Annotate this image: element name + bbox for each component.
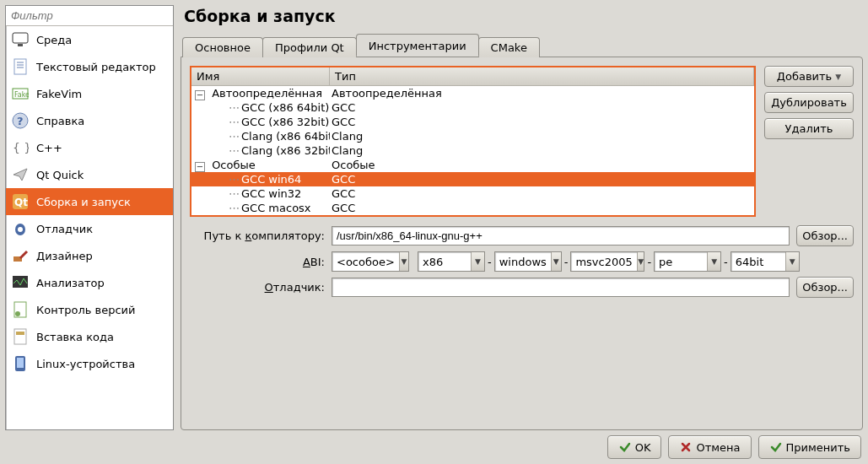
tab-bar: ОсновноеПрофили QtИнструментарииCMake: [182, 34, 863, 57]
tab-0[interactable]: Основное: [182, 37, 263, 57]
tree-header: Имя Тип: [191, 67, 754, 86]
svg-rect-20: [16, 332, 24, 335]
cancel-button-label: Отмена: [696, 441, 740, 454]
tree-cell-name: ⋯GCC (x86 64bit): [191, 100, 330, 115]
cancel-button[interactable]: Отмена: [668, 435, 751, 459]
tree-cell-type: Автоопределённая: [330, 86, 754, 100]
column-type[interactable]: Тип: [330, 67, 754, 85]
sidebar-item-11[interactable]: Вставка кода: [6, 323, 173, 350]
tree-cell-type: GCC: [330, 100, 754, 115]
svg-text:Qt: Qt: [14, 197, 28, 208]
delete-button[interactable]: Удалить: [764, 118, 854, 139]
filter-input[interactable]: [6, 6, 173, 26]
snippet-icon: [11, 327, 30, 346]
ok-button[interactable]: OK: [607, 435, 662, 459]
svg-point-14: [18, 227, 23, 232]
sidebar-item-0[interactable]: Среда: [6, 26, 173, 53]
debugger-input[interactable]: [332, 278, 790, 297]
chevron-down-icon: ▼: [707, 252, 720, 271]
paperplane-icon: [11, 165, 30, 184]
sidebar-item-4[interactable]: { }C++: [6, 134, 173, 161]
apply-button[interactable]: Применить: [758, 435, 861, 459]
abi-combo-3[interactable]: msvc2005▼: [570, 251, 644, 272]
sidebar-item-1[interactable]: Текстовый редактор: [6, 53, 173, 80]
add-button[interactable]: Добавить ▼: [764, 66, 854, 87]
sidebar-item-6[interactable]: QtСборка и запуск: [6, 188, 173, 215]
chevron-down-icon: ▼: [471, 252, 484, 271]
abi-combo-5[interactable]: 64bit▼: [731, 251, 800, 272]
tree-row-1[interactable]: ⋯GCC (x86 64bit)GCC: [191, 100, 754, 115]
sidebar-item-2[interactable]: FakeFakeVim: [6, 80, 173, 107]
ok-icon: [618, 440, 632, 454]
tree-cell-name: ⋯Clang (x86 32bit): [191, 143, 330, 158]
qt-icon: Qt: [11, 192, 30, 211]
sidebar-item-label: Qt Quick: [36, 169, 84, 181]
tree-row-8[interactable]: ⋯GCC macosxGCC: [191, 201, 754, 215]
tree-body: − АвтоопределённаяАвтоопределённая⋯GCC (…: [191, 86, 754, 215]
tree-row-4[interactable]: ⋯Clang (x86 32bit)Clang: [191, 143, 754, 158]
tree-cell-name: − Автоопределённая: [191, 86, 330, 100]
svg-text:?: ?: [17, 115, 24, 127]
abi-combo-2[interactable]: windows▼: [494, 251, 562, 272]
apply-icon: [769, 440, 783, 454]
sidebar-item-label: Справка: [36, 115, 84, 127]
abi-combo-4[interactable]: pe▼: [654, 251, 721, 272]
abi-combo-0[interactable]: <особое>▼: [332, 251, 409, 272]
tree-cell-type: GCC: [330, 201, 754, 215]
sidebar-item-3[interactable]: ?Справка: [6, 107, 173, 134]
phone-icon: [11, 354, 30, 373]
tree-cell-name: ⋯GCC macosx: [191, 201, 330, 215]
sidebar-item-label: Вставка кода: [36, 331, 114, 343]
abi-combo-value: windows: [495, 256, 551, 268]
tree-cell-type: GCC: [330, 172, 754, 186]
tree-row-5[interactable]: − ОсобыеОсобые: [191, 158, 754, 172]
sidebar-item-label: Контроль версий: [36, 304, 136, 316]
toolchain-tree[interactable]: Имя Тип − АвтоопределённаяАвтоопределённ…: [190, 66, 756, 217]
tab-2[interactable]: Инструментарии: [356, 34, 479, 57]
sidebar-item-label: FakeVim: [36, 88, 82, 100]
expander-icon[interactable]: −: [195, 90, 205, 100]
clone-button[interactable]: Дублировать: [764, 92, 854, 113]
sidebar-item-label: Среда: [36, 34, 72, 46]
content-pane: Сборка и запуск ОсновноеПрофили QtИнстру…: [181, 5, 863, 430]
sidebar-item-label: Текстовый редактор: [36, 61, 156, 73]
toolchain-details-form: Путь к компилятору: Обзор... ABI: <особо…: [190, 225, 854, 298]
compiler-path-input[interactable]: [332, 226, 790, 245]
sidebar-item-7[interactable]: Отладчик: [6, 215, 173, 242]
tree-row-7[interactable]: ⋯GCC win32GCC: [191, 186, 754, 201]
svg-rect-22: [17, 358, 24, 368]
ok-button-label: OK: [635, 441, 651, 454]
sidebar-item-9[interactable]: Анализатор: [6, 269, 173, 296]
sidebar-list: СредаТекстовый редакторFakeFakeVim?Справ…: [6, 26, 173, 429]
abi-combo-row: <особое>▼x86▼-windows▼-msvc2005▼-pe▼-64b…: [332, 251, 854, 272]
svg-rect-19: [14, 329, 26, 344]
column-name[interactable]: Имя: [191, 67, 330, 85]
sidebar-item-8[interactable]: Дизайнер: [6, 242, 173, 269]
abi-combo-1[interactable]: x86▼: [418, 251, 485, 272]
sidebar-item-label: Отладчик: [36, 223, 93, 235]
abi-label: ABI:: [190, 256, 325, 268]
page-title: Сборка и запуск: [184, 7, 863, 25]
chevron-down-icon: ▼: [399, 252, 408, 271]
tree-cell-type: GCC: [330, 115, 754, 129]
browse-debugger-button[interactable]: Обзор...: [796, 277, 854, 298]
tree-cell-name: ⋯GCC (x86 32bit): [191, 115, 330, 129]
debugger-label: Отладчик:: [190, 281, 325, 294]
svg-rect-0: [13, 33, 28, 43]
sidebar-item-10[interactable]: Контроль версий: [6, 296, 173, 323]
sidebar-item-12[interactable]: Linux-устройства: [6, 350, 173, 377]
tree-row-6[interactable]: ⋯GCC win64GCC: [191, 172, 754, 186]
tab-3[interactable]: CMake: [478, 37, 540, 57]
tree-row-3[interactable]: ⋯Clang (x86 64bit)Clang: [191, 129, 754, 143]
expander-icon[interactable]: −: [195, 162, 205, 172]
tree-row-2[interactable]: ⋯GCC (x86 32bit)GCC: [191, 115, 754, 129]
apply-button-label: Применить: [786, 441, 850, 454]
tab-1[interactable]: Профили Qt: [262, 37, 357, 57]
tree-cell-type: GCC: [330, 186, 754, 201]
toolchain-buttons: Добавить ▼ Дублировать Удалить: [764, 66, 854, 217]
abi-combo-value: pe: [655, 256, 707, 268]
tree-row-0[interactable]: − АвтоопределённаяАвтоопределённая: [191, 86, 754, 100]
browse-compiler-button[interactable]: Обзор...: [796, 225, 854, 246]
sidebar-item-5[interactable]: Qt Quick: [6, 161, 173, 188]
chevron-down-icon: ▼: [785, 252, 799, 271]
